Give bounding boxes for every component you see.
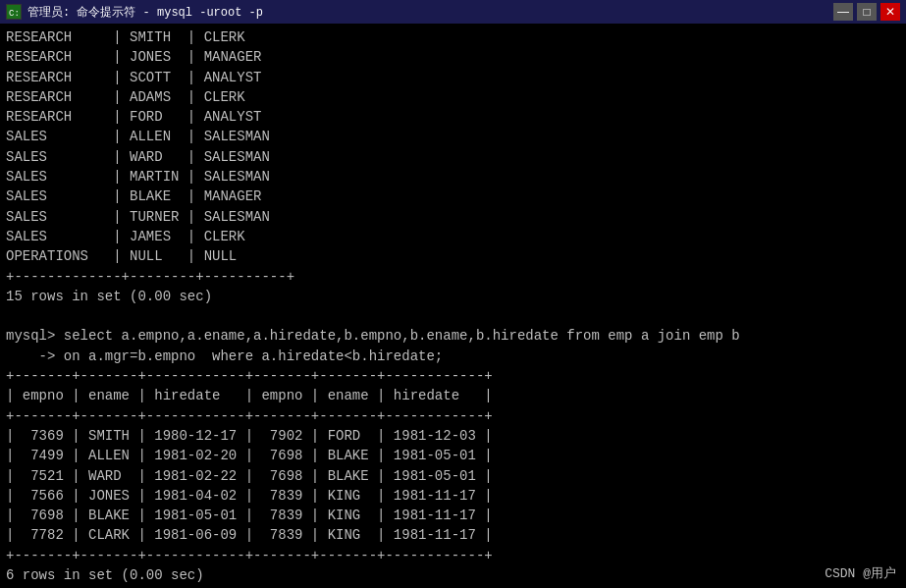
svg-text:C:: C:	[9, 9, 20, 19]
maximize-button[interactable]: □	[857, 3, 877, 21]
title-bar: C: 管理员: 命令提示符 - mysql -uroot -p — □ ✕	[0, 0, 906, 24]
csdn-watermark: CSDN @用户	[825, 564, 896, 582]
minimize-button[interactable]: —	[833, 3, 853, 21]
title-bar-left: C: 管理员: 命令提示符 - mysql -uroot -p	[6, 4, 263, 21]
title-text: 管理员: 命令提示符 - mysql -uroot -p	[27, 4, 263, 21]
close-button[interactable]: ✕	[880, 3, 900, 21]
terminal-icon: C:	[6, 4, 22, 20]
title-bar-buttons: — □ ✕	[833, 3, 900, 21]
terminal-content: RESEARCH | SMITH | CLERK RESEARCH | JONE…	[0, 24, 906, 588]
